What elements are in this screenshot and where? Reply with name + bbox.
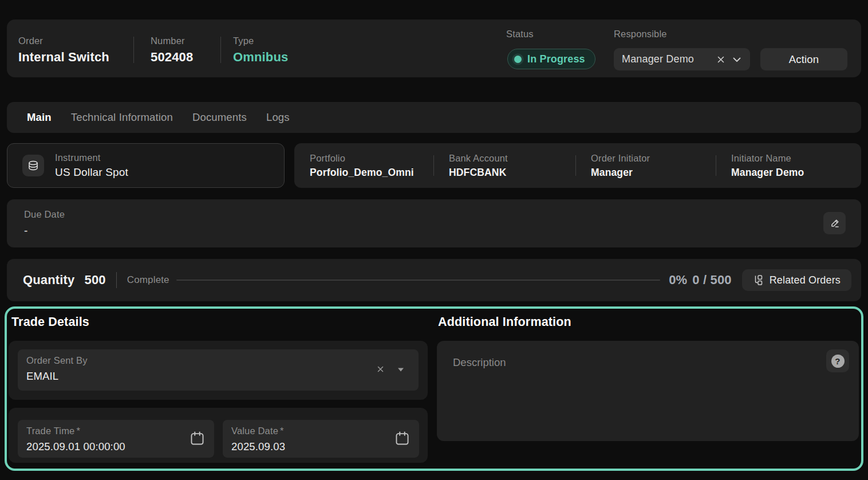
initiator-name-label: Initiator Name [731,153,861,164]
due-date-value: - [24,225,28,237]
trade-details-highlight-section: Trade Details Additional Information Ord… [5,306,863,471]
column-divider [433,155,434,176]
order-label: Order [18,36,109,46]
chevron-down-icon[interactable] [732,54,742,65]
description-input[interactable] [437,341,859,441]
tab-main[interactable]: Main [27,111,52,124]
bank-account-label: Bank Account [449,153,575,164]
complete-label: Complete [127,274,169,286]
caret-down-icon[interactable] [397,367,404,372]
required-mark: * [280,426,284,436]
order-initiator-field: Order Initiator Manager [575,143,716,188]
progress-percent: 0% [669,273,687,287]
order-header-card: Order Internal Switch Number 502408 Type… [7,19,861,77]
order-initiator-value: Manager [591,167,716,179]
column-divider [575,155,576,176]
bank-account-value: HDFCBANK [449,167,575,179]
related-orders-icon [753,275,763,285]
portfolio-field: Portfolio Porfolio_Demo_Omni [294,143,433,188]
related-orders-label: Related Orders [770,274,841,286]
instrument-card[interactable]: Instrument US Dollar Spot [7,143,285,188]
pencil-icon [829,218,841,229]
progress-line [176,280,660,281]
number-label: Number [151,36,193,46]
portfolio-value: Porfolio_Demo_Omni [310,167,433,179]
additional-information-title: Additional Information [438,315,571,329]
calendar-icon[interactable] [190,430,205,447]
action-button-label: Action [789,53,819,66]
order-sent-by-label: Order Sent By [26,355,88,366]
trade-time-label: Trade Time* [26,426,80,436]
quantity-bar: Quantity 500 Complete 0%0 / 500 Related … [7,259,861,301]
header-divider [220,37,221,63]
value-date-label: Value Date* [231,426,284,436]
order-sent-by-value: EMAIL [26,370,58,383]
instrument-value: US Dollar Spot [55,166,128,179]
calendar-icon[interactable] [394,430,410,447]
question-icon: ? [831,355,845,368]
instrument-label: Instrument [55,152,128,163]
order-value: Internal Switch [18,50,109,65]
tab-logs[interactable]: Logs [266,111,290,124]
coins-icon [22,155,44,176]
action-button[interactable]: Action [760,48,847,70]
type-field: Type Omnibus [233,36,288,65]
initiator-name-field: Initiator Name Manager Demo [716,143,861,188]
clear-icon[interactable] [377,365,384,373]
type-label: Type [233,36,288,46]
related-orders-button[interactable]: Related Orders [742,269,851,291]
value-date-value: 2025.09.03 [231,440,285,453]
status-dot-icon [514,56,522,63]
description-panel: ? [437,341,859,441]
trade-time-field[interactable]: Trade Time* 2025.09.01 00:00:00 [18,420,214,458]
trade-dates-panel: Trade Time* 2025.09.01 00:00:00 Value Da… [9,408,428,463]
order-initiator-label: Order Initiator [591,153,716,164]
number-field: Number 502408 [151,36,193,65]
order-sent-by-panel: Order Sent By EMAIL [9,341,428,400]
initiator-name-value: Manager Demo [731,167,861,179]
due-date-label: Due Date [24,209,65,220]
quantity-value: 500 [85,273,106,288]
column-divider [716,155,716,176]
trade-details-title: Trade Details [11,315,89,329]
responsible-select[interactable]: Manager Demo [614,48,750,70]
status-label: Status [506,29,534,40]
responsible-label: Responsible [614,29,667,40]
responsible-value: Manager Demo [622,53,710,65]
order-info-card: Portfolio Porfolio_Demo_Omni Bank Accoun… [294,143,861,188]
instrument-field: Instrument US Dollar Spot [55,152,128,179]
due-date-card: Due Date - [7,199,861,247]
quantity-divider [116,272,117,288]
status-value: In Progress [527,53,585,65]
order-sent-by-select[interactable]: Order Sent By EMAIL [18,349,419,391]
edit-due-date-button[interactable] [823,212,846,234]
progress-fraction: 0 / 500 [692,273,731,287]
required-mark: * [76,426,80,436]
value-date-field[interactable]: Value Date* 2025.09.03 [223,420,419,458]
progress-value: 0%0 / 500 [669,273,732,288]
order-field: Order Internal Switch [18,36,109,65]
quantity-label: Quantity [23,273,75,288]
status-badge: In Progress [507,49,595,69]
clear-icon[interactable] [716,55,725,64]
tab-bar: Main Technical Information Documents Log… [7,102,861,133]
bank-account-field: Bank Account HDFCBANK [433,143,575,188]
tab-technical-information[interactable]: Technical Information [71,111,173,124]
help-button[interactable]: ? [826,349,849,372]
number-value: 502408 [151,50,193,65]
portfolio-label: Portfolio [310,153,433,164]
trade-time-value: 2025.09.01 00:00:00 [26,440,125,453]
header-divider [133,37,134,63]
type-value: Omnibus [233,50,288,65]
tab-documents[interactable]: Documents [192,111,247,124]
